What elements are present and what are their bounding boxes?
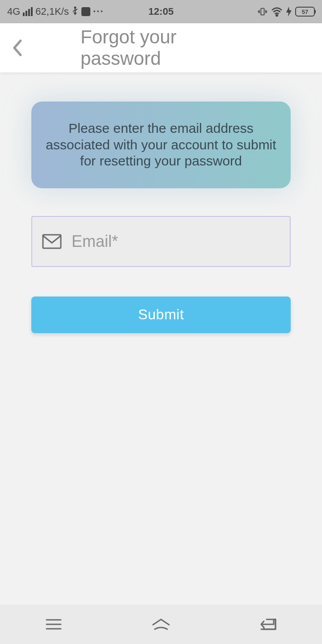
network-speed: 62,1K/s bbox=[35, 6, 69, 17]
back-icon bbox=[259, 618, 277, 631]
status-bar: 4G 62,1K/s ··· 12:05 57 bbox=[0, 0, 322, 23]
svg-point-3 bbox=[276, 15, 277, 16]
android-nav-bar bbox=[0, 605, 322, 644]
email-field[interactable] bbox=[72, 232, 280, 251]
home-button[interactable] bbox=[151, 614, 171, 634]
adb-icon bbox=[81, 7, 90, 16]
email-input-container[interactable] bbox=[31, 216, 291, 267]
info-card: Please enter the email address associate… bbox=[31, 102, 291, 188]
svg-rect-4 bbox=[43, 235, 61, 248]
status-left: 4G 62,1K/s ··· bbox=[7, 6, 104, 17]
signal-icon bbox=[23, 7, 33, 16]
page-title: Forgot your password bbox=[80, 26, 242, 69]
menu-icon bbox=[46, 618, 62, 631]
wifi-icon bbox=[271, 7, 283, 17]
home-icon bbox=[151, 618, 171, 631]
mail-icon bbox=[42, 234, 62, 249]
battery-icon: 57 bbox=[295, 7, 315, 17]
vibrate-icon bbox=[258, 7, 267, 17]
usb-icon bbox=[72, 6, 79, 17]
recent-apps-button[interactable] bbox=[44, 614, 64, 634]
content: Please enter the email address associate… bbox=[0, 72, 322, 333]
svg-rect-2 bbox=[261, 8, 264, 15]
back-button[interactable] bbox=[9, 39, 27, 57]
chevron-left-icon bbox=[12, 38, 24, 58]
network-type: 4G bbox=[7, 6, 20, 17]
charging-icon bbox=[286, 7, 292, 17]
status-right: 57 bbox=[258, 7, 315, 17]
app-header: Forgot your password bbox=[0, 23, 322, 72]
back-nav-button[interactable] bbox=[258, 614, 278, 634]
status-time: 12:05 bbox=[148, 6, 174, 17]
submit-button[interactable]: Submit bbox=[31, 297, 291, 333]
more-icon: ··· bbox=[93, 6, 104, 17]
